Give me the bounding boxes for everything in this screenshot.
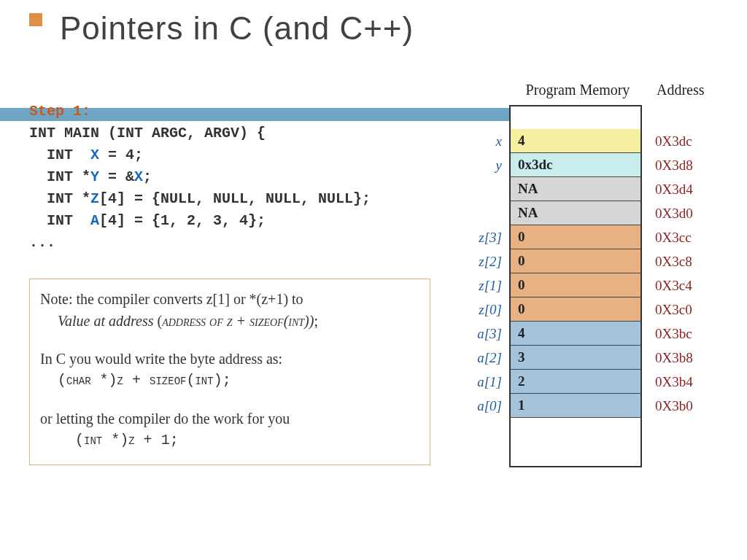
note-box: Note: the compiler converts z[1] or *(z+…	[29, 279, 430, 465]
memory-address	[642, 418, 715, 442]
memory-cell: NA	[509, 177, 642, 201]
note-line: In C you would write the byte address as…	[40, 348, 419, 370]
memory-address: 0X3d0	[642, 201, 715, 225]
memory-address: 0X3cc	[642, 225, 715, 249]
memory-var-label: a[2]	[448, 346, 509, 370]
note-line: or letting the compiler do the work for …	[40, 408, 419, 429]
memory-address: 0X3c4	[642, 273, 715, 298]
memory-cell: 0	[509, 249, 642, 273]
memory-cell: NA	[509, 201, 642, 225]
memory-cell: 1	[509, 394, 642, 418]
code-block: Step 1: int main (int argc, argv) { int …	[29, 101, 371, 254]
code-line: int main (int argc, argv) {	[29, 125, 266, 141]
note-line: Note: the compiler converts z[1] or *(z+…	[40, 288, 419, 310]
memory-cell: 0	[509, 298, 642, 322]
memory-cell	[509, 418, 642, 467]
note-code: (char *)z + sizeof(int);	[40, 370, 419, 392]
memory-address: 0X3d4	[642, 177, 715, 201]
memory-cell: 4	[509, 129, 642, 153]
memory-var-label	[448, 201, 509, 225]
memory-header-program: Program Memory	[512, 82, 643, 98]
memory-cell: 2	[509, 370, 642, 394]
step-label: Step 1:	[29, 103, 90, 120]
memory-var-label	[448, 418, 509, 442]
memory-address: 0X3b0	[642, 394, 715, 418]
memory-address: 0X3dc	[642, 129, 715, 153]
memory-address: 0X3c0	[642, 298, 715, 322]
note-code: (int *)z + 1;	[40, 429, 419, 451]
memory-var-label: z[3]	[448, 225, 509, 249]
memory-var-label: a[0]	[448, 394, 509, 418]
memory-table: x40X3dcy0x3dc0X3d8NA0X3d4NA0X3d0z[3]00X3…	[448, 105, 725, 442]
accent-box	[29, 13, 42, 26]
memory-cell: 0	[509, 225, 642, 249]
memory-var-label	[448, 177, 509, 201]
memory-address: 0X3c8	[642, 249, 715, 273]
memory-var-label: a[1]	[448, 370, 509, 394]
memory-var-label: z[1]	[448, 273, 509, 298]
memory-header-address: Address	[657, 82, 705, 98]
memory-cell: 0	[509, 273, 642, 298]
memory-cell: 3	[509, 346, 642, 370]
memory-var-label: z[2]	[448, 249, 509, 273]
memory-var-label: z[0]	[448, 298, 509, 322]
memory-cell: 4	[509, 322, 642, 346]
memory-address: 0X3bc	[642, 322, 715, 346]
memory-address: 0X3b4	[642, 370, 715, 394]
memory-var-label: a[3]	[448, 322, 509, 346]
code-ellipsis: ...	[29, 234, 55, 251]
memory-address: 0X3d8	[642, 153, 715, 177]
memory-var-label	[448, 105, 509, 129]
page-title: Pointers in C (and C++)	[60, 10, 414, 47]
memory-var-label: x	[448, 129, 509, 153]
memory-var-label: y	[448, 153, 509, 177]
memory-address	[642, 105, 715, 129]
memory-address: 0X3b8	[642, 346, 715, 370]
memory-cell: 0x3dc	[509, 153, 642, 177]
